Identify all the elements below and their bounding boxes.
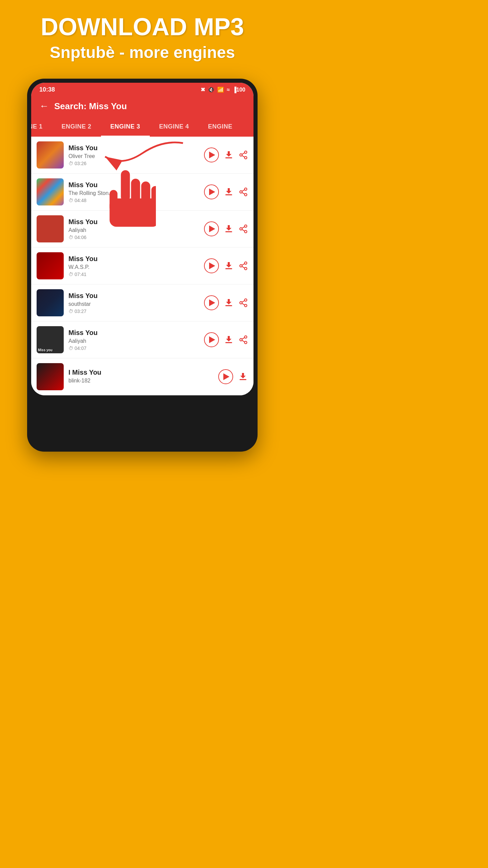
download-button[interactable]: [238, 372, 248, 382]
song-info: Miss You W.A.S.P. ⏱ 07:41: [68, 255, 199, 277]
svg-point-38: [245, 336, 247, 338]
tab-engine5[interactable]: ENGINE: [199, 118, 242, 137]
tab-engine4[interactable]: ENGINE 4: [150, 118, 199, 137]
svg-line-29: [242, 267, 245, 268]
share-button[interactable]: [239, 187, 248, 197]
battery-icon: ▐100: [232, 87, 245, 93]
back-button[interactable]: ←: [39, 101, 49, 112]
svg-point-40: [245, 341, 247, 344]
mute-icon: 🔇: [208, 86, 215, 93]
svg-line-35: [242, 303, 245, 305]
svg-point-22: [245, 231, 247, 233]
svg-point-33: [240, 302, 242, 304]
tab-engine1[interactable]: NGINE 1: [31, 118, 52, 137]
svg-point-28: [245, 268, 247, 270]
download-button[interactable]: [224, 298, 234, 308]
download-icon: [238, 372, 248, 382]
svg-point-16: [245, 194, 247, 196]
song-actions: [204, 332, 248, 347]
svg-line-23: [242, 230, 245, 231]
svg-point-39: [240, 339, 242, 341]
clock-icon: ⏱: [68, 346, 73, 351]
song-thumbnail: [37, 289, 64, 316]
download-icon: [224, 150, 234, 160]
play-triangle-icon: [209, 336, 215, 343]
download-icon: [224, 261, 234, 271]
svg-line-41: [242, 340, 245, 342]
svg-line-36: [242, 301, 245, 302]
svg-point-34: [245, 304, 247, 307]
song-artist: W.A.S.P.: [68, 264, 199, 270]
play-button[interactable]: [204, 221, 219, 236]
svg-line-42: [242, 338, 245, 339]
play-button[interactable]: [204, 184, 219, 199]
download-button[interactable]: [224, 150, 234, 160]
svg-line-17: [242, 193, 245, 194]
phone-screen: 10:38 ✖ 🔇 📶 ≈ ▐100 ← Search: Miss You: [31, 83, 253, 395]
download-button[interactable]: [224, 224, 234, 234]
share-icon: [239, 187, 248, 197]
svg-point-9: [240, 154, 242, 156]
clock-icon: ⏱: [68, 272, 73, 277]
song-info: Miss You southstar ⏱ 03:27: [68, 292, 199, 314]
play-button[interactable]: [218, 369, 233, 384]
thumb-label: Miss you: [38, 348, 53, 352]
search-title: Search: Miss You: [54, 101, 127, 112]
svg-point-15: [240, 191, 242, 193]
engine-tabs-wrapper: NGINE 1 ENGINE 2 ENGINE 3 ENGINE 4 ENGIN…: [31, 118, 253, 137]
share-button[interactable]: [239, 335, 248, 344]
svg-point-32: [245, 299, 247, 301]
play-triangle-icon: [223, 373, 229, 380]
share-button[interactable]: [239, 224, 248, 234]
download-icon: [224, 224, 234, 234]
song-actions: [204, 295, 248, 310]
status-icons: ✖ 🔇 📶 ≈ ▐100: [201, 86, 245, 93]
engine-tabs: NGINE 1 ENGINE 2 ENGINE 3 ENGINE 4 ENGIN…: [31, 118, 253, 137]
song-actions: [204, 221, 248, 236]
song-info: I Miss You blink-182: [68, 369, 214, 385]
svg-line-11: [242, 156, 245, 157]
download-button[interactable]: [224, 335, 234, 345]
phone-frame: 10:38 ✖ 🔇 📶 ≈ ▐100 ← Search: Miss You: [27, 79, 258, 452]
song-item: I Miss You blink-182: [31, 358, 253, 395]
song-duration: ⏱ 04:07: [68, 346, 199, 351]
share-icon: [239, 335, 248, 344]
svg-rect-25: [225, 268, 232, 269]
song-item: Miss You W.A.S.P. ⏱ 07:41: [31, 248, 253, 284]
svg-point-27: [240, 265, 242, 267]
download-icon: [224, 298, 234, 308]
clock-icon: ⏱: [68, 161, 73, 166]
tab-engine2[interactable]: ENGINE 2: [52, 118, 101, 137]
play-triangle-icon: [209, 262, 215, 269]
song-title: Miss You: [68, 329, 199, 337]
svg-point-26: [245, 262, 247, 264]
play-triangle-icon: [209, 189, 215, 195]
share-button[interactable]: [239, 261, 248, 271]
bluetooth-icon: ✖: [201, 86, 205, 93]
share-icon: [239, 298, 248, 308]
svg-point-14: [245, 188, 247, 191]
song-duration: ⏱ 03:27: [68, 309, 199, 314]
svg-point-20: [245, 225, 247, 228]
share-button[interactable]: [239, 150, 248, 160]
download-button[interactable]: [224, 187, 234, 197]
share-button[interactable]: [239, 298, 248, 308]
share-icon: [239, 224, 248, 234]
song-actions: [204, 147, 248, 162]
status-time: 10:38: [39, 86, 55, 93]
svg-rect-6: [109, 199, 156, 227]
promo-subtitle: Snptubè - more engines: [10, 43, 274, 62]
svg-point-8: [245, 151, 247, 154]
promo-title: DOWNLOAD MP3: [10, 14, 274, 40]
play-button[interactable]: [204, 147, 219, 162]
svg-point-10: [245, 157, 247, 159]
song-item: Miss You southstar ⏱ 03:27: [31, 284, 253, 321]
song-duration: ⏱ 07:41: [68, 272, 199, 277]
tab-engine3[interactable]: ENGINE 3: [101, 118, 150, 137]
play-button[interactable]: [204, 332, 219, 347]
play-button[interactable]: [204, 258, 219, 273]
download-button[interactable]: [224, 261, 234, 271]
play-button[interactable]: [204, 295, 219, 310]
svg-point-21: [240, 228, 242, 230]
download-icon: [224, 187, 234, 197]
